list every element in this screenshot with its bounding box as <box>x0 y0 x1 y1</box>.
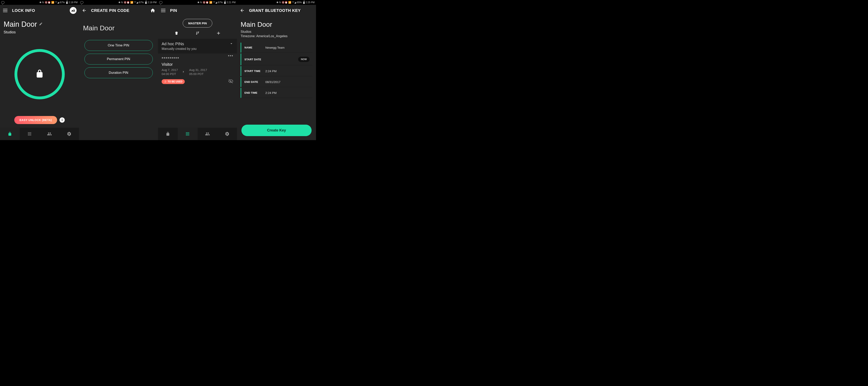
visibility-off-icon[interactable] <box>228 79 234 85</box>
app-bar: GRANT BLUETOOTH KEY <box>237 5 316 16</box>
menu-button[interactable] <box>160 8 166 13</box>
from-date: Aug 7, 2017 <box>162 68 178 72</box>
tab-lock[interactable] <box>158 128 178 140</box>
section-title: Ad hoc PINs <box>162 41 196 46</box>
chevron-down-icon <box>229 41 234 47</box>
svg-point-13 <box>186 133 187 134</box>
svg-point-9 <box>30 135 31 136</box>
duration-pin-button[interactable]: Duration PIN <box>85 67 153 78</box>
svg-point-10 <box>186 132 187 133</box>
field-end-time[interactable]: END TIME 2:24 PM <box>241 88 312 98</box>
battery-icon <box>302 1 305 4</box>
svg-point-6 <box>30 133 31 134</box>
one-time-pin-button[interactable]: One Time PIN <box>85 40 153 51</box>
notification-icon <box>159 1 162 4</box>
svg-point-1 <box>28 132 29 133</box>
easy-unlock-button[interactable]: EASY UNLOCK (BETA) <box>14 116 57 124</box>
more-icon[interactable]: ••• <box>228 54 234 58</box>
svg-point-0 <box>73 9 74 10</box>
status-bar: ✱ N 🔇⏰ 📶 ᴴᴳ◢ 67% 2:21 PM <box>158 0 237 5</box>
menu-button[interactable] <box>2 8 8 13</box>
svg-point-2 <box>29 132 30 133</box>
to-date: Aug 31, 2017 <box>189 68 207 72</box>
from-time: 04:00 PDT <box>162 72 178 76</box>
back-button[interactable] <box>82 8 87 13</box>
field-start-date[interactable]: START DATE NOW <box>241 54 312 65</box>
edit-icon[interactable] <box>39 22 42 27</box>
permanent-pin-button[interactable]: Permanent PIN <box>85 54 153 64</box>
master-pin-button[interactable]: MASTER PIN <box>183 19 212 28</box>
field-name[interactable]: NAME Newegg Team <box>241 42 312 53</box>
status-icons: ✱ N 🔇⏰ 📶 ᴴᴳ◢ <box>197 1 217 4</box>
section-subtitle: Manually created by you <box>162 47 196 51</box>
screen-create-pin: ✱ N 🔇⏰ 📶 ᴴᴳ◢ 67% 2:19 PM CREATE PIN CODE… <box>79 0 158 140</box>
svg-point-11 <box>187 132 188 133</box>
notification-icon <box>1 1 4 4</box>
battery-pct: 67% <box>218 1 223 4</box>
tab-pin[interactable] <box>178 128 197 140</box>
add-icon[interactable] <box>216 30 221 36</box>
svg-point-18 <box>188 135 189 136</box>
battery-pct: 65% <box>297 1 302 4</box>
tab-settings[interactable] <box>217 128 237 140</box>
app-bar: LOCK INFO <box>0 5 79 16</box>
door-name: Main Door <box>4 20 37 29</box>
svg-point-5 <box>29 133 30 134</box>
status-icons: ✱ N 🔇⏰ 📶 ᴴᴳ◢ <box>118 1 138 4</box>
to-time: 05:00 PDT <box>189 72 207 76</box>
bottom-nav <box>0 128 79 140</box>
back-button[interactable] <box>240 8 245 13</box>
info-icon[interactable]: i <box>60 117 65 123</box>
tab-lock[interactable] <box>0 128 20 140</box>
create-key-button[interactable]: Create Key <box>241 125 312 136</box>
tab-users[interactable] <box>197 128 217 140</box>
screen-lock-info: ✱ N 🔇⏰ 📶 ᴴᴳ◢ 67% 2:19 PM LOCK INFO Main … <box>0 0 79 140</box>
page-title: GRANT BLUETOOTH KEY <box>249 8 301 13</box>
tab-settings[interactable] <box>59 128 79 140</box>
page-title: CREATE PIN CODE <box>91 8 129 13</box>
clock: 2:25 PM <box>305 1 315 4</box>
svg-point-8 <box>29 135 30 136</box>
delete-icon[interactable] <box>174 30 179 36</box>
screen-grant-key: ✱ N 🔇⏰ 📶 ᴴᴳ◢ 65% 2:25 PM GRANT BLUETOOTH… <box>237 0 316 140</box>
home-button[interactable] <box>150 8 156 13</box>
bottom-nav <box>158 128 237 140</box>
door-name: Main Door <box>83 24 154 32</box>
clock: 2:19 PM <box>68 1 78 4</box>
page-title: LOCK INFO <box>12 8 35 13</box>
field-start-time[interactable]: START TIME 2:24 PM <box>241 66 312 76</box>
field-end-date[interactable]: END DATE 08/31/2017 <box>241 77 312 87</box>
app-bar: CREATE PIN CODE <box>79 5 158 16</box>
pin-mask: ********* <box>162 56 234 61</box>
section-ad-hoc[interactable]: Ad hoc PINs Manually created by you <box>158 39 237 54</box>
tab-users[interactable] <box>40 128 59 140</box>
chevron-right-icon <box>182 70 186 75</box>
timezone: Timezone: America/Los_Angeles <box>241 34 312 38</box>
svg-point-7 <box>28 135 29 136</box>
tab-pin[interactable] <box>20 128 39 140</box>
pin-item[interactable]: ••• ********* Visitor Aug 7, 2017 04:00 … <box>158 54 237 87</box>
status-bar: ✱ N 🔇⏰ 📶 ᴴᴳ◢ 65% 2:25 PM <box>237 0 316 5</box>
battery-pct: 67% <box>139 1 144 4</box>
clock: 2:19 PM <box>147 1 157 4</box>
svg-point-14 <box>187 133 188 134</box>
svg-point-4 <box>28 133 29 134</box>
svg-point-15 <box>188 133 189 134</box>
app-bar: PIN <box>158 5 237 16</box>
battery-icon <box>223 1 226 4</box>
door-name: Main Door <box>241 21 312 28</box>
page-title: PIN <box>170 8 177 13</box>
now-button[interactable]: NOW <box>298 57 310 62</box>
battery-icon <box>65 1 68 4</box>
status-bar: ✱ N 🔇⏰ 📶 ᴴᴳ◢ 67% 2:19 PM <box>0 0 79 5</box>
lock-icon <box>35 69 44 80</box>
lock-status-ring[interactable] <box>14 49 65 99</box>
brand-logo[interactable] <box>70 7 76 14</box>
svg-point-17 <box>187 135 188 136</box>
clock: 2:21 PM <box>226 1 236 4</box>
org-name: Studios <box>4 30 75 34</box>
svg-point-12 <box>188 132 189 133</box>
status-chip: TO BE USED <box>162 79 185 84</box>
notification-icon <box>80 1 84 4</box>
sort-icon[interactable] <box>194 30 200 36</box>
